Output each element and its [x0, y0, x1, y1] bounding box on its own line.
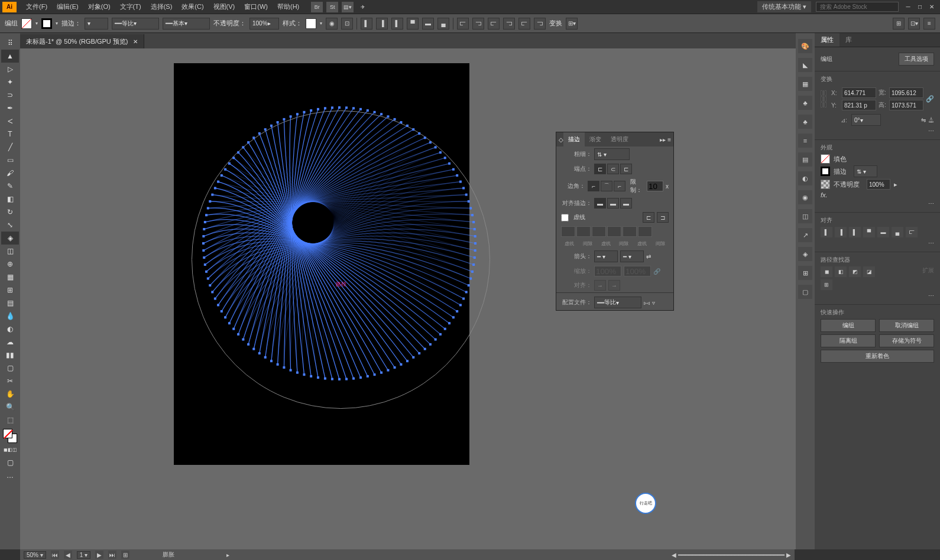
line-tool[interactable]: ╱: [1, 141, 19, 154]
align-top-icon[interactable]: ▀: [407, 18, 419, 30]
fx-button[interactable]: fx.: [821, 191, 828, 198]
layers-panel-icon[interactable]: ◈: [798, 247, 812, 261]
selection-tool[interactable]: ▲: [1, 50, 19, 63]
scale-tool[interactable]: ⤡: [1, 219, 19, 232]
blend-tool[interactable]: ◐: [1, 323, 19, 336]
asset-export-icon[interactable]: ⊞: [798, 266, 812, 280]
arrow-end[interactable]: ━ ▾: [620, 250, 644, 262]
isolate-button[interactable]: 隔离组: [821, 334, 876, 347]
x-input[interactable]: [842, 87, 876, 98]
graphic-styles-icon[interactable]: ◫: [798, 209, 812, 223]
color-panel-icon[interactable]: 🎨: [798, 39, 812, 53]
tab-libraries[interactable]: 库: [839, 33, 858, 47]
panel-menu-icon[interactable]: ▸▸ ≡: [657, 136, 673, 143]
pf-minus[interactable]: ◧: [835, 266, 847, 277]
menu-effect[interactable]: 效果(C): [177, 2, 208, 11]
fill-swatch-panel[interactable]: [821, 154, 830, 164]
flip-profile-v[interactable]: ▿: [652, 299, 655, 306]
mesh-tool[interactable]: ⊞: [1, 284, 19, 297]
last-artboard[interactable]: ⏭: [108, 551, 116, 559]
stroke-weight-panel[interactable]: ⇅ ▾: [854, 165, 877, 177]
fp-weight-input[interactable]: ⇅ ▾: [594, 148, 630, 160]
stroke-profile1[interactable]: ━━ 等比 ▾: [112, 18, 159, 30]
appearance-icon[interactable]: ◉: [798, 190, 812, 204]
libraries-icon[interactable]: ↗: [798, 228, 812, 242]
style-swatch[interactable]: [306, 18, 316, 29]
symbols-icon[interactable]: ♣: [798, 115, 812, 129]
menu-view[interactable]: 视图(V): [209, 2, 240, 11]
stroke-weight-input[interactable]: ▾: [85, 18, 108, 30]
fp-profile[interactable]: ━━ 等比 ▾: [594, 297, 641, 308]
h-input[interactable]: [889, 100, 923, 110]
pencil-tool[interactable]: ✎: [1, 180, 19, 193]
rotate-tool[interactable]: ↻: [1, 206, 19, 219]
maximize-button[interactable]: □: [914, 2, 926, 12]
w-input[interactable]: [889, 87, 923, 98]
pf-divide[interactable]: ⊞: [821, 279, 832, 290]
recolor-icon[interactable]: ◉: [326, 18, 338, 30]
more-align-icon[interactable]: ⋯: [928, 240, 934, 246]
corner-miter[interactable]: ⌐: [588, 181, 599, 191]
dist-h-icon[interactable]: ⫍: [457, 18, 469, 30]
menu-object[interactable]: 对象(O): [83, 2, 115, 11]
color-guide-icon[interactable]: ◣: [798, 58, 812, 72]
shape-builder-tool[interactable]: ⊕: [1, 258, 19, 271]
brush-tool[interactable]: 🖌: [1, 167, 19, 180]
artwork-sphere[interactable]: [197, 102, 481, 385]
more-appearance-icon[interactable]: ⋯: [928, 200, 934, 207]
next-artboard[interactable]: ▶: [95, 551, 103, 559]
fill-swatch[interactable]: [21, 18, 32, 29]
fp-tab-gradient[interactable]: 渐变: [585, 132, 606, 146]
align-stroke-center[interactable]: ▬: [594, 198, 606, 209]
rectangle-tool[interactable]: ▭: [1, 154, 19, 167]
perspective-tool[interactable]: ▦: [1, 271, 19, 284]
stroke-swatch-panel[interactable]: [821, 167, 830, 176]
menu-type[interactable]: 文字(T): [115, 2, 146, 11]
screen-mode-tool[interactable]: ▢: [1, 456, 19, 469]
isolate-icon[interactable]: ⊡: [341, 18, 353, 30]
opacity-input[interactable]: 100% ▸: [249, 18, 279, 30]
dist-v3-icon[interactable]: ⫍: [518, 18, 530, 30]
first-artboard[interactable]: ⏮: [51, 551, 59, 559]
symbol-tool[interactable]: ☁: [1, 336, 19, 349]
opacity-swatch[interactable]: [821, 180, 830, 189]
zoom-select[interactable]: 50% ▾: [24, 551, 46, 559]
align-left-btn[interactable]: ▌: [821, 227, 832, 237]
stock-icon[interactable]: St: [326, 2, 338, 12]
menu-window[interactable]: 窗口(W): [239, 2, 273, 11]
align-left-icon[interactable]: ▌: [361, 18, 372, 30]
transform-icon[interactable]: ⊞▾: [566, 18, 578, 30]
artboard-nav-icon[interactable]: ⊞: [121, 551, 129, 559]
graph-tool[interactable]: ▮▮: [1, 349, 19, 362]
canvas[interactable]: 路径 行走吧: [20, 48, 796, 549]
menu-edit[interactable]: 编辑(E): [52, 2, 83, 11]
menu-select[interactable]: 选择(S): [146, 2, 177, 11]
y-input[interactable]: [842, 100, 876, 110]
lasso-tool[interactable]: ⊃: [1, 89, 19, 102]
align-bottom-icon[interactable]: ▄: [437, 18, 449, 30]
swatches-icon[interactable]: ▦: [798, 77, 812, 91]
tool-options-button[interactable]: 工具选项: [899, 53, 934, 66]
menu-file[interactable]: 文件(F): [21, 2, 52, 11]
workspace-selector[interactable]: 传统基本功能 ▾: [757, 1, 811, 12]
bridge-icon[interactable]: Br: [311, 2, 323, 12]
width-tool[interactable]: ◈: [1, 232, 19, 245]
gradient-panel-icon[interactable]: ▤: [798, 152, 812, 167]
swap-arrows-icon[interactable]: ⇄: [646, 253, 651, 260]
align-top-btn[interactable]: ▀: [863, 227, 875, 237]
free-transform-tool[interactable]: ◫: [1, 245, 19, 258]
stroke-swatch[interactable]: [41, 18, 52, 29]
prev-artboard[interactable]: ◀: [64, 551, 72, 559]
pen-tool[interactable]: ✒: [1, 102, 19, 115]
reference-point-grid[interactable]: [821, 90, 826, 108]
cap-butt[interactable]: ⊏: [594, 164, 606, 174]
tab-close-icon[interactable]: ✕: [133, 38, 138, 45]
slice-tool[interactable]: ✂: [1, 375, 19, 388]
zoom-tool[interactable]: 🔍: [1, 401, 19, 414]
artboard-nav[interactable]: 1 ▾: [77, 551, 90, 559]
brushes-icon[interactable]: ♣: [798, 96, 812, 110]
group-button[interactable]: 编组: [821, 319, 876, 332]
dist-v2-icon[interactable]: ⫎: [503, 18, 515, 30]
cap-round[interactable]: ⊂: [607, 164, 619, 174]
panel-collapse-icon[interactable]: ◇: [556, 136, 563, 143]
